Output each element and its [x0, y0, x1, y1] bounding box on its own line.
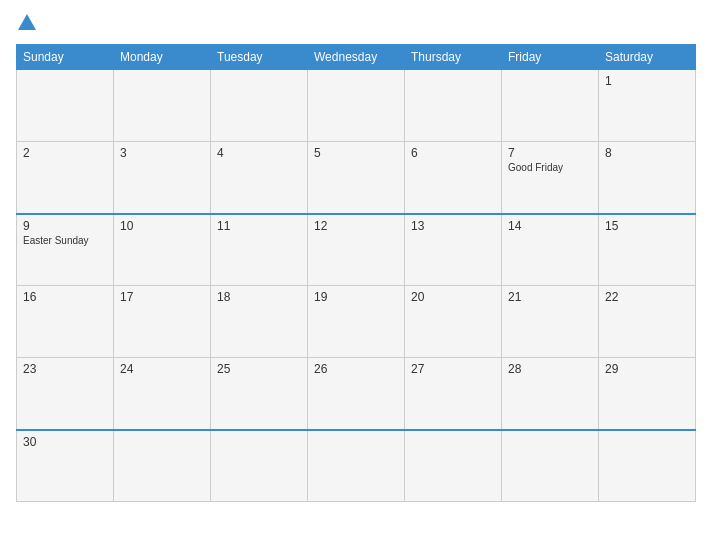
day-number: 9 — [23, 219, 107, 233]
calendar-week-2: 9Easter Sunday101112131415 — [17, 214, 696, 286]
header — [16, 12, 696, 34]
calendar-week-5: 30 — [17, 430, 696, 502]
day-number: 1 — [605, 74, 689, 88]
day-number: 6 — [411, 146, 495, 160]
calendar-cell: 29 — [599, 358, 696, 430]
calendar-cell: 27 — [405, 358, 502, 430]
weekday-tuesday: Tuesday — [211, 45, 308, 70]
calendar-cell: 5 — [308, 142, 405, 214]
day-number: 10 — [120, 219, 204, 233]
day-number: 23 — [23, 362, 107, 376]
calendar-cell: 17 — [114, 286, 211, 358]
day-number: 25 — [217, 362, 301, 376]
calendar-cell: 16 — [17, 286, 114, 358]
calendar-week-0: 1 — [17, 70, 696, 142]
day-number: 14 — [508, 219, 592, 233]
svg-marker-0 — [18, 14, 36, 30]
calendar-cell — [114, 70, 211, 142]
weekday-sunday: Sunday — [17, 45, 114, 70]
day-number: 2 — [23, 146, 107, 160]
calendar-cell: 28 — [502, 358, 599, 430]
calendar-cell — [405, 70, 502, 142]
day-number: 22 — [605, 290, 689, 304]
calendar-cell: 15 — [599, 214, 696, 286]
day-number: 4 — [217, 146, 301, 160]
calendar-cell: 14 — [502, 214, 599, 286]
calendar-cell: 20 — [405, 286, 502, 358]
day-number: 19 — [314, 290, 398, 304]
calendar-cell: 9Easter Sunday — [17, 214, 114, 286]
calendar-cell — [405, 430, 502, 502]
day-number: 7 — [508, 146, 592, 160]
calendar-cell — [114, 430, 211, 502]
calendar-cell: 1 — [599, 70, 696, 142]
holiday-label: Good Friday — [508, 162, 592, 173]
calendar-cell: 10 — [114, 214, 211, 286]
calendar-cell — [308, 430, 405, 502]
calendar-cell — [308, 70, 405, 142]
day-number: 24 — [120, 362, 204, 376]
calendar-week-1: 234567Good Friday8 — [17, 142, 696, 214]
calendar-cell: 26 — [308, 358, 405, 430]
calendar-cell — [502, 70, 599, 142]
holiday-label: Easter Sunday — [23, 235, 107, 246]
calendar-cell: 22 — [599, 286, 696, 358]
calendar-cell — [211, 430, 308, 502]
calendar-cell: 11 — [211, 214, 308, 286]
calendar-cell: 24 — [114, 358, 211, 430]
day-number: 18 — [217, 290, 301, 304]
weekday-friday: Friday — [502, 45, 599, 70]
day-number: 29 — [605, 362, 689, 376]
calendar-cell — [17, 70, 114, 142]
calendar-cell — [599, 430, 696, 502]
calendar-header: SundayMondayTuesdayWednesdayThursdayFrid… — [17, 45, 696, 70]
weekday-wednesday: Wednesday — [308, 45, 405, 70]
calendar-cell: 2 — [17, 142, 114, 214]
calendar-table: SundayMondayTuesdayWednesdayThursdayFrid… — [16, 44, 696, 502]
day-number: 12 — [314, 219, 398, 233]
calendar-cell: 21 — [502, 286, 599, 358]
calendar-cell — [502, 430, 599, 502]
calendar-cell: 6 — [405, 142, 502, 214]
day-number: 27 — [411, 362, 495, 376]
calendar-cell: 13 — [405, 214, 502, 286]
day-number: 26 — [314, 362, 398, 376]
calendar-cell: 8 — [599, 142, 696, 214]
weekday-monday: Monday — [114, 45, 211, 70]
day-number: 21 — [508, 290, 592, 304]
day-number: 13 — [411, 219, 495, 233]
day-number: 8 — [605, 146, 689, 160]
calendar-body: 1234567Good Friday89Easter Sunday1011121… — [17, 70, 696, 502]
calendar-cell — [211, 70, 308, 142]
calendar-cell: 4 — [211, 142, 308, 214]
day-number: 30 — [23, 435, 107, 449]
weekday-header-row: SundayMondayTuesdayWednesdayThursdayFrid… — [17, 45, 696, 70]
calendar-page: SundayMondayTuesdayWednesdayThursdayFrid… — [0, 0, 712, 550]
calendar-cell: 18 — [211, 286, 308, 358]
day-number: 3 — [120, 146, 204, 160]
day-number: 28 — [508, 362, 592, 376]
calendar-cell: 12 — [308, 214, 405, 286]
calendar-cell: 30 — [17, 430, 114, 502]
calendar-cell: 19 — [308, 286, 405, 358]
day-number: 11 — [217, 219, 301, 233]
day-number: 16 — [23, 290, 107, 304]
calendar-week-3: 16171819202122 — [17, 286, 696, 358]
calendar-cell: 3 — [114, 142, 211, 214]
calendar-cell: 25 — [211, 358, 308, 430]
day-number: 5 — [314, 146, 398, 160]
day-number: 15 — [605, 219, 689, 233]
calendar-cell: 23 — [17, 358, 114, 430]
day-number: 17 — [120, 290, 204, 304]
weekday-saturday: Saturday — [599, 45, 696, 70]
calendar-cell: 7Good Friday — [502, 142, 599, 214]
logo-icon — [16, 12, 38, 34]
logo — [16, 12, 42, 34]
weekday-thursday: Thursday — [405, 45, 502, 70]
day-number: 20 — [411, 290, 495, 304]
calendar-week-4: 23242526272829 — [17, 358, 696, 430]
